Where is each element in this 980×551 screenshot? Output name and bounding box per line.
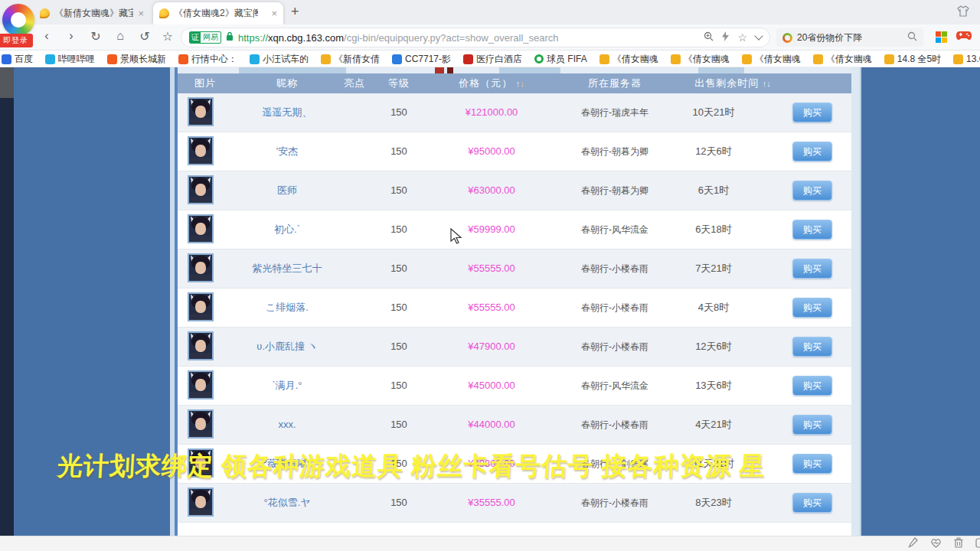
search-icon[interactable] xyxy=(907,31,917,44)
nickname-link[interactable]: 遥遥无期、 xyxy=(222,93,352,132)
sort-down-icon[interactable]: ↓ xyxy=(520,79,524,88)
buy-button[interactable]: 购买 xyxy=(792,337,832,357)
character-avatar[interactable] xyxy=(188,487,214,517)
address-bar[interactable]: 证 网易 https://xqn.cbg.163.com/cgi-bin/equ… xyxy=(181,28,770,47)
search-engine-logo-icon xyxy=(782,33,792,43)
character-avatar[interactable] xyxy=(188,97,214,126)
nickname-link[interactable]: 初心.` xyxy=(222,210,352,249)
bookmark-item[interactable]: 小汪试车的 xyxy=(250,53,309,66)
character-avatar[interactable] xyxy=(188,370,214,399)
buy-button[interactable]: 购买 xyxy=(792,376,832,396)
bookmark-item[interactable]: 14.8 全5时 xyxy=(884,53,941,66)
level-value: 150 xyxy=(370,132,428,171)
nickname-link[interactable]: 紫光特坐三七十 xyxy=(222,249,352,288)
buy-button[interactable]: 购买 xyxy=(792,220,832,240)
avatar-body xyxy=(189,353,212,359)
bookmark-favicon xyxy=(813,54,823,64)
character-avatar[interactable] xyxy=(188,331,214,360)
nickname-link[interactable]: 医师 xyxy=(222,171,352,210)
bookmark-favicon xyxy=(107,54,117,64)
time-remaining: 4天21时 xyxy=(668,406,760,444)
bookmark-item[interactable]: 行情中心： xyxy=(178,53,237,66)
page-left-gray-block xyxy=(0,67,14,98)
history-icon[interactable]: ↺ xyxy=(136,29,153,44)
browser-tab-xqn[interactable]: 《新倩女幽魂》藏宝阁 × xyxy=(34,2,150,24)
search-box[interactable]: 20省份物价下降 xyxy=(776,28,923,47)
nickname-link[interactable]: xxx. xyxy=(222,406,352,444)
theme-skin-icon[interactable] xyxy=(957,5,969,20)
buy-button[interactable]: 购买 xyxy=(792,142,832,161)
buy-button[interactable]: 购买 xyxy=(792,493,832,513)
bookmark-item[interactable]: 景顺长城新 xyxy=(107,53,166,66)
cbg-favicon xyxy=(159,8,169,18)
bookmark-item[interactable]: 《倩女幽魂 xyxy=(742,53,801,66)
browser-logo[interactable] xyxy=(2,4,34,36)
bookmark-item[interactable]: 哔哩哔哩 xyxy=(45,53,95,66)
apps-grid-icon[interactable] xyxy=(936,31,947,43)
browser-tab-qnyh2[interactable]: 《倩女幽魂2》藏宝阁 × xyxy=(153,2,283,24)
buy-button[interactable]: 购买 xyxy=(792,181,832,201)
tab-close-icon[interactable]: × xyxy=(271,8,277,18)
buy-button[interactable]: 购买 xyxy=(792,454,832,474)
avatar-body xyxy=(189,275,212,281)
chevron-down-icon[interactable] xyxy=(754,31,763,40)
login-badge[interactable]: 即登录 xyxy=(0,34,33,47)
header-image: 图片 xyxy=(182,73,228,93)
bookmark-item[interactable]: 医疗白酒店 xyxy=(463,53,522,66)
back-icon[interactable]: ‹ xyxy=(38,29,55,43)
buy-button[interactable]: 购买 xyxy=(792,415,832,435)
heart-icon[interactable] xyxy=(930,537,942,551)
refresh-icon[interactable]: ↻ xyxy=(87,29,104,44)
character-avatar[interactable] xyxy=(188,409,214,439)
header-level: 等级 xyxy=(370,73,428,93)
zoom-icon[interactable] xyxy=(704,31,714,44)
nickname-link[interactable]: `满月.° xyxy=(222,367,352,405)
server-value: 春朝行-小楼春雨 xyxy=(557,328,672,366)
nickname-link[interactable]: ʋ.小鹿乱撞 ヽ xyxy=(222,328,352,366)
character-avatar[interactable] xyxy=(188,214,214,243)
sort-down-icon[interactable]: ↓ xyxy=(766,79,771,88)
character-avatar[interactable] xyxy=(188,292,214,321)
header-time-sort[interactable]: 出售剩余时间 ↑↓ xyxy=(668,73,798,93)
bookmark-star-icon[interactable]: ☆ xyxy=(737,31,747,44)
url-text[interactable]: https://xqn.cbg.163.com/cgi-bin/equipque… xyxy=(238,32,559,44)
level-value: 150 xyxy=(370,210,428,249)
bookmark-item[interactable]: 13.6射手 xyxy=(953,53,980,66)
promo-overlay-text: 光计划求绑定 领各种游戏道具 粉丝卡看号估号 接各种资源 星 xyxy=(57,449,766,484)
bookmark-item[interactable]: 百度 xyxy=(2,53,33,66)
bookmarks-bar: 百度哔哩哔哩景顺长城新行情中心：小汪试车的《新倩女倩CC7717-影医疗白酒店球… xyxy=(0,51,980,67)
character-avatar[interactable] xyxy=(188,253,214,282)
bookmark-item[interactable]: 《倩女幽魂 xyxy=(599,53,658,66)
grid-blue xyxy=(936,37,941,43)
nickname-link[interactable]: '安杰 xyxy=(222,132,352,171)
bookmark-item[interactable]: 《新倩女倩 xyxy=(321,53,380,66)
buy-button[interactable]: 购买 xyxy=(792,259,832,279)
bookmark-item[interactable]: 球员 FIFA xyxy=(534,53,587,66)
avatar-face xyxy=(195,340,206,352)
clipped-square-icon[interactable] xyxy=(975,537,980,551)
nickname-link[interactable]: °花似雪.ヤ xyxy=(222,484,352,522)
buy-button[interactable]: 购买 xyxy=(792,298,832,318)
header-price-sort[interactable]: 价格（元） ↑↓ xyxy=(434,73,549,93)
home-icon[interactable]: ⌂ xyxy=(112,29,129,43)
browser-titlebar: 《新倩女幽魂》藏宝阁 × 《倩女幽魂2》藏宝阁 × + xyxy=(0,0,980,24)
forward-icon[interactable]: › xyxy=(63,29,80,43)
server-value: 春朝行-小楼春雨 xyxy=(557,484,672,522)
avatar-face xyxy=(195,223,206,235)
favorite-star-icon[interactable]: ☆ xyxy=(159,29,176,44)
character-avatar[interactable] xyxy=(188,136,214,165)
pen-icon[interactable] xyxy=(908,537,918,551)
search-hotword[interactable]: 20省份物价下降 xyxy=(797,31,862,44)
lightning-icon[interactable] xyxy=(722,31,729,44)
character-avatar[interactable] xyxy=(188,175,214,204)
trash-icon[interactable] xyxy=(954,537,963,551)
bookmark-item[interactable]: 《倩女幽魂 xyxy=(671,53,730,66)
bookmark-label: 《倩女幽魂 xyxy=(612,53,658,66)
game-center-icon[interactable] xyxy=(956,30,972,45)
bookmark-item[interactable]: CC7717-影 xyxy=(392,53,451,66)
buy-button[interactable]: 购买 xyxy=(792,103,832,122)
tab-close-icon[interactable]: × xyxy=(138,8,144,18)
new-tab-button[interactable]: + xyxy=(291,4,299,20)
bookmark-item[interactable]: 《倩女幽魂 xyxy=(813,53,872,66)
nickname-link[interactable]: こ绯烟落. xyxy=(222,289,352,327)
